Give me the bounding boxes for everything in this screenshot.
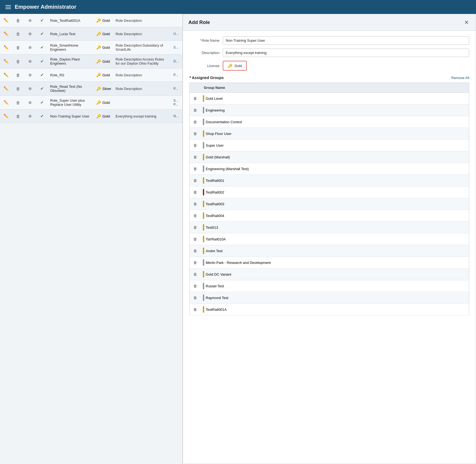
group-delete-button[interactable]: 🗑 [193, 307, 197, 312]
group-delete-cell[interactable]: 🗑 [190, 104, 201, 116]
license-cell: 🔑 Gold [94, 14, 113, 27]
group-delete-button[interactable]: 🗑 [193, 202, 197, 206]
check-icon-cell: ✔ [36, 14, 48, 27]
delete-button[interactable]: 🗑 [14, 112, 22, 120]
group-delete-cell[interactable]: 🗑 [190, 280, 201, 292]
group-delete-cell[interactable]: 🗑 [190, 140, 201, 151]
group-delete-cell[interactable]: 🗑 [190, 93, 201, 104]
group-delete-button[interactable]: 🗑 [193, 249, 197, 253]
cancel-button[interactable]: ⊗ [26, 112, 34, 120]
group-delete-cell[interactable]: 🗑 [190, 175, 201, 186]
group-delete-cell[interactable]: 🗑 [190, 269, 201, 280]
edit-button[interactable]: ✏️ [2, 112, 10, 120]
group-delete-button[interactable]: 🗑 [193, 190, 197, 194]
delete-button[interactable]: 🗑 [14, 30, 22, 38]
check-button[interactable]: ✔ [38, 99, 46, 106]
group-delete-button[interactable]: 🗑 [193, 120, 197, 124]
delete-button[interactable]: 🗑 [14, 17, 22, 24]
group-delete-button[interactable]: 🗑 [193, 237, 197, 241]
group-delete-button[interactable]: 🗑 [193, 260, 197, 265]
groups-table: Group Name 🗑 Gold Level 🗑 Engi [189, 83, 469, 315]
group-delete-cell[interactable]: 🗑 [190, 163, 201, 175]
check-button[interactable]: ✔ [38, 71, 46, 79]
group-delete-button[interactable]: 🗑 [193, 284, 197, 288]
add-role-dialog: Add Role ✕ *Role Name Description Licens… [183, 14, 476, 464]
role-name-cell: Non-Training Super User [48, 110, 94, 123]
cancel-icon-cell: ⊗ [24, 96, 36, 110]
check-button[interactable]: ✔ [38, 30, 46, 38]
key-icon: 🔑 [96, 73, 101, 77]
delete-button[interactable]: 🗑 [14, 44, 22, 51]
role-name-input[interactable] [223, 36, 469, 45]
description-cell: Everything except training [113, 110, 171, 123]
edit-button[interactable]: ✏️ [2, 99, 10, 106]
group-delete-cell[interactable]: 🗑 [190, 198, 201, 210]
check-icon-cell: ✔ [36, 55, 48, 68]
extra-cell: U... [171, 27, 182, 41]
delete-button[interactable]: 🗑 [14, 85, 22, 92]
group-delete-button[interactable]: 🗑 [193, 178, 197, 183]
cancel-button[interactable]: ⊗ [26, 58, 34, 65]
key-icon: 🔑 [96, 59, 101, 64]
description-input[interactable] [223, 49, 469, 57]
delete-button[interactable]: 🗑 [14, 99, 22, 106]
check-button[interactable]: ✔ [38, 58, 46, 65]
edit-button[interactable]: ✏️ [2, 71, 10, 79]
delete-button[interactable]: 🗑 [14, 71, 22, 79]
delete-icon-cell: 🗑 [12, 110, 24, 123]
group-delete-cell[interactable]: 🗑 [190, 304, 201, 315]
edit-button[interactable]: ✏️ [2, 44, 10, 51]
remove-all-button[interactable]: Remove All [451, 76, 469, 80]
group-delete-cell[interactable]: 🗑 [190, 257, 201, 269]
group-delete-button[interactable]: 🗑 [193, 108, 197, 112]
group-delete-cell[interactable]: 🗑 [190, 233, 201, 245]
check-button[interactable]: ✔ [38, 17, 46, 24]
table-row: 🗑 Documentation Control [190, 116, 469, 128]
cancel-button[interactable]: ⊗ [26, 44, 34, 51]
license-text: Gold [102, 46, 110, 50]
group-delete-button[interactable]: 🗑 [193, 131, 197, 136]
group-delete-button[interactable]: 🗑 [193, 143, 197, 147]
check-button[interactable]: ✔ [38, 85, 46, 92]
group-delete-cell[interactable]: 🗑 [190, 151, 201, 163]
group-delete-button[interactable]: 🗑 [193, 155, 197, 159]
edit-button[interactable]: ✏️ [2, 85, 10, 92]
group-delete-cell[interactable]: 🗑 [190, 210, 201, 222]
group-delete-button[interactable]: 🗑 [193, 296, 197, 300]
group-delete-cell[interactable]: 🗑 [190, 116, 201, 128]
group-delete-button[interactable]: 🗑 [193, 167, 197, 171]
license-text: Gold [102, 59, 110, 64]
dialog-title: Add Role [188, 20, 210, 25]
group-delete-cell[interactable]: 🗑 [190, 222, 201, 233]
close-button[interactable]: ✕ [463, 19, 470, 26]
key-icon: 🔑 [96, 100, 101, 105]
group-delete-button[interactable]: 🗑 [193, 225, 197, 230]
cancel-button[interactable]: ⊗ [26, 99, 34, 106]
edit-button[interactable]: ✏️ [2, 17, 10, 24]
table-row: 🗑 TestRail004 [190, 210, 469, 222]
edit-button[interactable]: ✏️ [2, 30, 10, 38]
group-color-bar [203, 306, 204, 313]
group-delete-button[interactable]: 🗑 [193, 213, 197, 218]
cancel-button[interactable]: ⊗ [26, 85, 34, 92]
hamburger-menu[interactable] [5, 5, 11, 9]
group-delete-button[interactable]: 🗑 [193, 272, 197, 276]
key-gold-icon: 🔑 [228, 64, 232, 68]
edit-button[interactable]: ✏️ [2, 58, 10, 65]
group-delete-cell[interactable]: 🗑 [190, 186, 201, 198]
edit-icon-cell: ✏️ [0, 27, 12, 41]
license-box[interactable]: 🔑 Gold [223, 61, 247, 71]
cancel-button[interactable]: ⊗ [26, 17, 34, 24]
group-name-cell: TestRail004 [201, 210, 469, 222]
cancel-button[interactable]: ⊗ [26, 71, 34, 79]
cancel-button[interactable]: ⊗ [26, 30, 34, 38]
group-name-cell: Russel Test [201, 280, 469, 292]
group-delete-button[interactable]: 🗑 [193, 96, 197, 101]
check-button[interactable]: ✔ [38, 112, 46, 120]
extra-cell: N... [171, 110, 182, 123]
group-delete-cell[interactable]: 🗑 [190, 292, 201, 304]
delete-button[interactable]: 🗑 [14, 58, 22, 65]
group-delete-cell[interactable]: 🗑 [190, 245, 201, 257]
check-button[interactable]: ✔ [38, 44, 46, 51]
group-delete-cell[interactable]: 🗑 [190, 128, 201, 140]
